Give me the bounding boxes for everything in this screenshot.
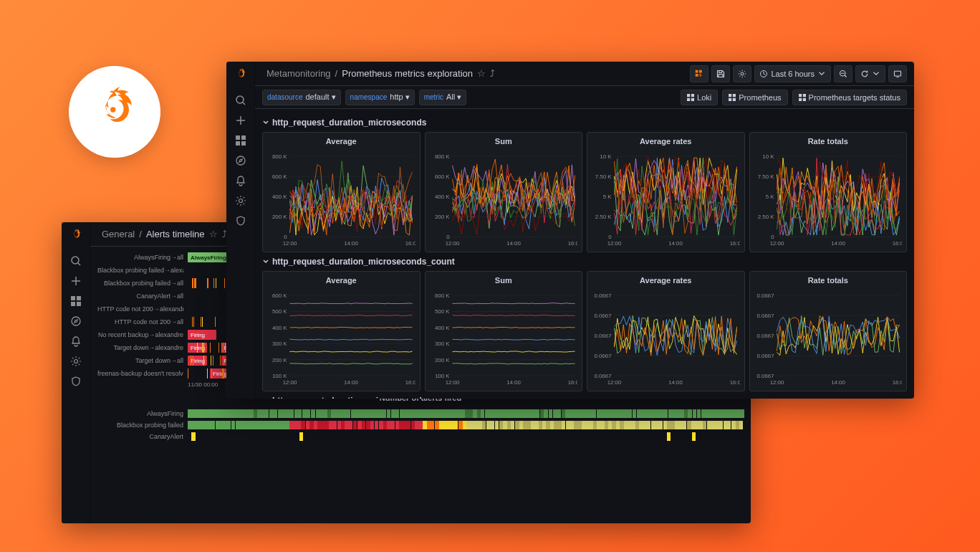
fire-track[interactable] — [188, 421, 744, 429]
grafana-logo-icon[interactable] — [68, 228, 84, 245]
svg-text:16:00: 16:00 — [730, 379, 740, 386]
dashboard-link[interactable]: Loki — [681, 90, 718, 105]
panel[interactable]: Sum0200 K400 K600 K800 K12:0014:0016:00 — [425, 132, 583, 252]
breadcrumb-title[interactable]: Prometheus metrics exploration — [342, 68, 473, 79]
save-button[interactable] — [711, 65, 730, 82]
svg-text:0: 0 — [771, 234, 774, 240]
svg-rect-41 — [799, 94, 802, 97]
alert-badge: Firing — [188, 330, 216, 340]
svg-text:500 K: 500 K — [272, 308, 287, 315]
dashboard-icon[interactable] — [231, 130, 251, 151]
row-header[interactable]: http_request_duration_microseconds_count — [262, 252, 907, 271]
svg-text:0.0667: 0.0667 — [756, 313, 774, 319]
svg-text:12:00: 12:00 — [769, 240, 784, 247]
alert-label: Target down→alexandre — [97, 344, 183, 351]
zoom-out-button[interactable] — [834, 65, 852, 82]
svg-text:0.0667: 0.0667 — [594, 373, 611, 379]
svg-rect-34 — [691, 94, 694, 97]
svg-point-18 — [236, 156, 245, 165]
add-panel-button[interactable] — [690, 65, 708, 82]
breadcrumb-folder[interactable]: General — [102, 229, 135, 239]
explore-icon[interactable] — [231, 151, 251, 171]
star-icon[interactable]: ☆ — [477, 68, 486, 79]
fire-row: Blackbox probing failed — [97, 419, 744, 431]
row-header[interactable]: http_request_duration_microseconds — [262, 113, 907, 132]
svg-point-19 — [239, 199, 242, 203]
variable-namespace[interactable]: namespacehttp ▾ — [345, 90, 415, 105]
svg-text:2.50 K: 2.50 K — [595, 214, 612, 220]
svg-text:0.0667: 0.0667 — [756, 292, 774, 299]
dashboard-link[interactable]: Prometheus targets status — [792, 90, 907, 105]
svg-text:7.50 K: 7.50 K — [595, 173, 612, 180]
search-icon[interactable] — [66, 251, 86, 271]
refresh-button[interactable] — [855, 65, 885, 82]
svg-text:12:00: 12:00 — [607, 379, 622, 386]
gear-icon[interactable] — [66, 351, 86, 371]
svg-rect-39 — [729, 97, 731, 100]
svg-text:16:00: 16:00 — [892, 379, 902, 386]
panel[interactable]: Average0200 K400 K600 K800 K12:0014:0016… — [262, 132, 421, 252]
svg-rect-24 — [696, 70, 698, 72]
svg-text:14:00: 14:00 — [344, 240, 358, 247]
plus-icon[interactable] — [231, 110, 251, 130]
svg-text:600 K: 600 K — [272, 173, 287, 180]
shield-icon[interactable] — [231, 211, 251, 231]
svg-text:800 K: 800 K — [434, 153, 449, 160]
alerting-bell-icon[interactable] — [231, 171, 251, 191]
svg-rect-33 — [687, 94, 690, 97]
variable-datasource[interactable]: datasourcedefault ▾ — [262, 90, 341, 105]
explore-icon[interactable] — [66, 311, 86, 331]
svg-rect-4 — [77, 296, 81, 300]
svg-rect-25 — [699, 70, 702, 72]
svg-rect-16 — [236, 141, 240, 146]
settings-button[interactable] — [733, 65, 751, 82]
dashboard-link[interactable]: Prometheus — [722, 90, 787, 105]
alert-label: HTTP code not 200→alexandre — [97, 305, 183, 313]
share-icon[interactable]: ⤴ — [490, 68, 495, 79]
svg-text:12:00: 12:00 — [445, 240, 459, 247]
svg-text:100 K: 100 K — [272, 373, 287, 379]
svg-text:800 K: 800 K — [272, 153, 287, 160]
panel[interactable]: Average rates0.06670.06670.06670.06670.0… — [587, 271, 745, 391]
panel[interactable]: Rate totals02.50 K5 K7.50 K10 K12:0014:0… — [749, 132, 908, 252]
svg-rect-32 — [895, 71, 901, 76]
svg-text:7.50 K: 7.50 K — [757, 173, 774, 180]
svg-text:0.0667: 0.0667 — [594, 292, 611, 299]
panel[interactable]: Rate totals0.06670.06670.06670.06670.066… — [749, 271, 908, 391]
svg-text:12:00: 12:00 — [283, 240, 297, 247]
svg-text:300 K: 300 K — [272, 341, 287, 347]
shield-icon[interactable] — [66, 371, 86, 391]
alerting-bell-icon[interactable] — [66, 331, 86, 351]
alert-label: No recent backup→alexandre — [97, 331, 183, 338]
search-icon[interactable] — [231, 90, 251, 110]
star-icon[interactable]: ☆ — [209, 229, 218, 239]
svg-rect-28 — [719, 74, 723, 77]
svg-text:600 K: 600 K — [272, 292, 287, 299]
panel[interactable]: Average100 K200 K300 K400 K500 K600 K12:… — [262, 271, 421, 391]
svg-text:16:00: 16:00 — [405, 379, 415, 386]
panel[interactable]: Average rates02.50 K5 K7.50 K10 K12:0014… — [587, 132, 745, 252]
svg-point-13 — [236, 96, 244, 103]
variable-metric[interactable]: metricAll ▾ — [419, 90, 467, 105]
gear-icon[interactable] — [231, 191, 251, 211]
time-range-picker[interactable]: Last 6 hours — [754, 65, 831, 82]
panel-title: Rate totals — [750, 272, 907, 289]
svg-text:14:00: 14:00 — [831, 379, 845, 386]
svg-text:14:00: 14:00 — [344, 379, 358, 386]
fire-label: Blackbox probing failed — [97, 422, 183, 429]
svg-rect-35 — [687, 97, 690, 100]
fire-track[interactable] — [188, 432, 744, 441]
breadcrumb-title[interactable]: Alerts timeline — [146, 229, 205, 239]
svg-text:14:00: 14:00 — [831, 240, 845, 247]
panel-title: Average rates — [587, 133, 744, 150]
fire-track[interactable] — [188, 409, 744, 418]
plus-icon[interactable] — [66, 271, 86, 291]
dashboard-icon[interactable] — [66, 291, 86, 311]
svg-text:400 K: 400 K — [434, 325, 449, 331]
row-header[interactable]: http_request_duration_microseconds_sum — [262, 391, 907, 399]
grafana-logo-icon[interactable] — [233, 67, 249, 85]
breadcrumb-folder[interactable]: Metamonitoring — [266, 68, 331, 79]
svg-text:0: 0 — [284, 234, 287, 240]
cycle-view-button[interactable] — [888, 65, 907, 82]
panel[interactable]: Sum100 K200 K300 K400 K500 K600 K12:0014… — [425, 271, 583, 391]
